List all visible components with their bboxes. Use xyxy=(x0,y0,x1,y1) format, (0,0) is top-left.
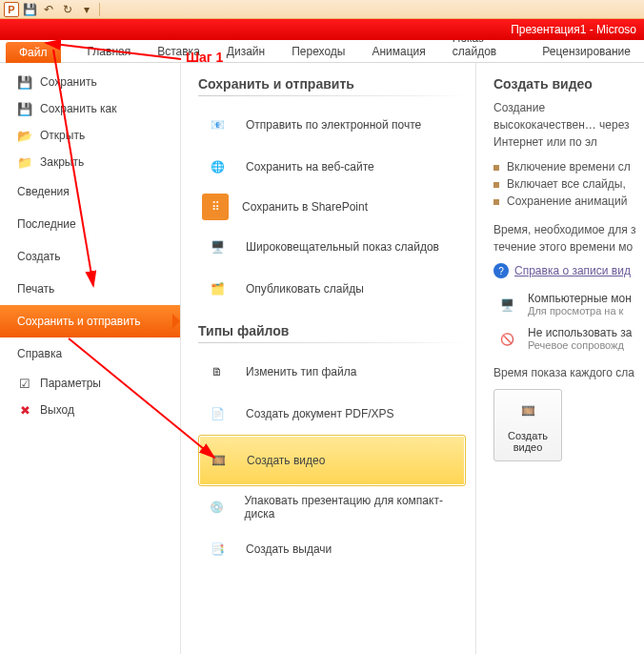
opt-email[interactable]: 📧Отправить по электронной почте xyxy=(198,104,466,146)
opt-label: Создать документ PDF/XPS xyxy=(246,407,394,420)
menu-save[interactable]: 💾Сохранить xyxy=(0,69,180,95)
tab-file[interactable]: Файл xyxy=(6,42,61,63)
handout-icon: 📑 xyxy=(202,534,232,564)
opt-package-cd[interactable]: 💿Упаковать презентацию для компакт-диска xyxy=(198,486,466,528)
menu-exit[interactable]: ✖Выход xyxy=(0,397,180,423)
time-note: Время, необходимое для зтечение этого вр… xyxy=(493,221,644,255)
globe-icon: 🌐 xyxy=(202,152,232,182)
menu-help[interactable]: Справка xyxy=(0,337,180,370)
app-icon: P xyxy=(4,2,19,17)
sharepoint-icon: ⠿ xyxy=(202,194,229,220)
bullet: Сохранение анимаций xyxy=(493,193,644,210)
bullet-text: Включение времени сл xyxy=(507,160,631,174)
opt-sharepoint[interactable]: ⠿Сохранить в SharePoint xyxy=(198,188,466,226)
menu-label: Параметры xyxy=(40,377,101,390)
menu-options[interactable]: ☑Параметры xyxy=(0,370,180,397)
divider xyxy=(198,342,466,343)
mail-icon: 📧 xyxy=(202,110,232,140)
menu-new[interactable]: Создать xyxy=(0,240,180,273)
right-description: Создание высококачествен… через Интернет… xyxy=(493,99,644,151)
help-icon: ? xyxy=(493,263,509,278)
opt-label: Сохранить на веб-сайте xyxy=(246,160,374,174)
divider xyxy=(198,95,466,96)
button-label: Создать видео xyxy=(498,430,557,453)
opt-label: Сохранить в SharePoint xyxy=(242,200,368,214)
save-icon: 💾 xyxy=(17,74,32,90)
tab-review[interactable]: Рецензирование xyxy=(529,41,644,62)
bullet-text: Сохранение анимаций xyxy=(507,194,627,208)
publish-icon: 🗂️ xyxy=(202,274,232,304)
backstage-middle: Сохранить и отправить 📧Отправить по элек… xyxy=(181,63,476,654)
opt-create-video[interactable]: 🎞️Создать видео xyxy=(198,435,466,486)
card-sub: Речевое сопровожд xyxy=(528,339,633,351)
opt-label: Опубликовать слайды xyxy=(246,282,364,296)
qat-redo-icon[interactable]: ↻ xyxy=(59,2,76,17)
window-title: Презентация1 - Microso xyxy=(511,23,636,36)
bullet-icon xyxy=(493,182,499,188)
section-heading-save-send: Сохранить и отправить xyxy=(198,76,466,92)
video-export-icon: 🎞️ xyxy=(513,396,543,426)
video-icon: 🎞️ xyxy=(203,445,233,476)
open-icon: 📂 xyxy=(17,128,32,143)
create-video-button[interactable]: 🎞️ Создать видео xyxy=(493,389,562,461)
bullet: Включает все слайды, xyxy=(493,175,644,193)
menu-print[interactable]: Печать xyxy=(0,273,180,305)
menu-close[interactable]: 📁Закрыть xyxy=(0,149,180,175)
menu-label: Выход xyxy=(40,403,74,417)
tab-animation[interactable]: Анимация xyxy=(358,41,438,62)
menu-info[interactable]: Сведения xyxy=(0,175,180,208)
menu-label: Сохранить как xyxy=(40,102,116,115)
bullet-icon xyxy=(493,165,499,171)
card-title: Не использовать за xyxy=(528,326,633,339)
menu-label: Сохранить xyxy=(40,75,97,89)
tab-home[interactable]: Главная xyxy=(74,41,145,62)
annotation-step1: Шаг 1 xyxy=(186,50,223,65)
opt-handouts[interactable]: 📑Создать выдачи xyxy=(198,528,466,570)
opt-label: Изменить тип файла xyxy=(246,365,356,378)
opt-label: Отправить по электронной почте xyxy=(246,118,421,132)
menu-open[interactable]: 📂Открыть xyxy=(0,122,180,149)
help-row: ? Справка о записи вид xyxy=(493,263,644,278)
qat-save-icon[interactable]: 💾 xyxy=(21,2,38,17)
duration-label: Время показа каждого сла xyxy=(493,364,644,381)
pdf-icon: 📄 xyxy=(202,399,232,429)
opt-change-type[interactable]: 🗎Изменить тип файла xyxy=(198,351,466,393)
exit-icon: ✖ xyxy=(17,402,32,418)
backstage-left-menu: 💾Сохранить 💾Сохранить как 📂Открыть 📁Закр… xyxy=(0,63,181,654)
section-heading-file-types: Типы файлов xyxy=(198,323,466,338)
opt-label: Широковещательный показ слайдов xyxy=(246,240,439,254)
close-icon: 📁 xyxy=(17,154,32,170)
quality-dropdown[interactable]: 🖥️ Компьютерные монДля просмотра на к xyxy=(493,288,644,322)
menu-save-send[interactable]: Сохранить и отправить xyxy=(0,305,180,337)
opt-web[interactable]: 🌐Сохранить на веб-сайте xyxy=(198,146,466,188)
menu-label: Открыть xyxy=(40,129,85,142)
opt-label: Создать видео xyxy=(247,454,325,467)
qat-separator xyxy=(99,3,100,16)
right-heading: Создать видео xyxy=(493,76,644,92)
menu-save-as[interactable]: 💾Сохранить как xyxy=(0,95,180,122)
opt-publish[interactable]: 🗂️Опубликовать слайды xyxy=(198,268,466,310)
narration-dropdown[interactable]: 🚫 Не использовать заРечевое сопровожд xyxy=(493,322,644,357)
help-link[interactable]: Справка о записи вид xyxy=(514,264,631,277)
card-title: Компьютерные мон xyxy=(528,292,632,305)
qat-undo-icon[interactable]: ↶ xyxy=(40,2,57,17)
broadcast-icon: 🖥️ xyxy=(202,232,232,262)
title-bar: Презентация1 - Microso xyxy=(0,19,644,40)
opt-label: Создать выдачи xyxy=(246,542,332,556)
menu-recent[interactable]: Последние xyxy=(0,208,180,240)
ribbon-tabs: Файл Главная Вставка Дизайн Переходы Ани… xyxy=(0,40,644,63)
change-type-icon: 🗎 xyxy=(202,357,232,387)
qat-customize-icon[interactable]: ▾ xyxy=(78,2,95,17)
save-as-icon: 💾 xyxy=(17,101,32,116)
bullet-icon xyxy=(493,199,499,205)
opt-broadcast[interactable]: 🖥️Широковещательный показ слайдов xyxy=(198,226,466,268)
cd-icon: 💿 xyxy=(202,492,231,522)
backstage-right-pane: Создать видео Создание высококачествен… … xyxy=(476,63,644,654)
monitor-icon: 🖥️ xyxy=(493,292,520,318)
no-narration-icon: 🚫 xyxy=(493,326,520,353)
quick-access-toolbar: P 💾 ↶ ↻ ▾ xyxy=(0,0,644,19)
menu-label: Закрыть xyxy=(40,155,84,169)
options-icon: ☑ xyxy=(17,376,32,391)
tab-transitions[interactable]: Переходы xyxy=(278,41,358,62)
opt-pdf[interactable]: 📄Создать документ PDF/XPS xyxy=(198,393,466,435)
